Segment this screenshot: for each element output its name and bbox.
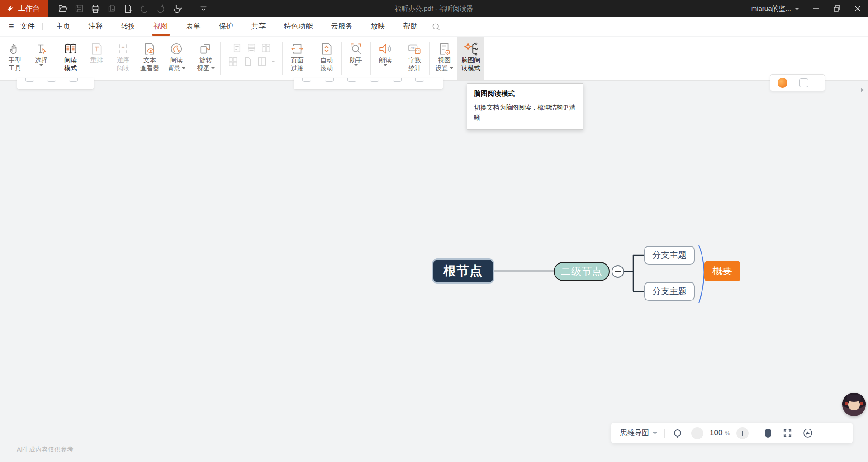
select-tool-button[interactable]: 选择 — [28, 37, 54, 80]
mindmap-branch-node[interactable]: 分支主题 — [644, 282, 695, 301]
print-icon[interactable] — [89, 2, 102, 15]
ribbon-separator — [341, 42, 342, 75]
reflow-button[interactable]: 重排 — [84, 37, 110, 80]
ribbon-separator — [56, 42, 56, 75]
document-canvas[interactable]: 脑图阅读模式 切换文档为脑图阅读，梳理结构更清晰 根节点 二级节点 分支主题 分… — [0, 81, 868, 462]
menu-item-file[interactable]: 文件 — [18, 20, 38, 33]
chevron-down-icon — [653, 432, 657, 434]
new-page-icon[interactable] — [121, 2, 135, 15]
dropdown-arrow-icon — [384, 64, 387, 66]
view-settings-icon — [437, 41, 451, 57]
menu-bar: ≡ 文件 主页 注释 转换 视图 表单 保护 共享 特色功能 云服务 放映 帮助 — [0, 17, 868, 36]
facing-continuous-layout-icon[interactable] — [228, 57, 238, 67]
mouse-mode-icon[interactable] — [764, 428, 773, 438]
word-count-icon: AB — [408, 41, 422, 57]
reading-background-button[interactable]: 阅读 背景 — [163, 37, 190, 80]
undo-icon[interactable] — [138, 2, 151, 15]
cut-icon-fragment — [799, 78, 808, 87]
tab-convert[interactable]: 转换 — [115, 18, 142, 35]
mindmap-tooltip: 脑图阅读模式 切换文档为脑图阅读，梳理结构更清晰 — [467, 83, 583, 130]
view-mode-label: 思维导图 — [620, 429, 649, 438]
locate-center-icon[interactable] — [672, 428, 683, 438]
mindmap-sparkle-icon — [463, 41, 479, 57]
rotate-pages-icon — [199, 41, 213, 57]
tab-features[interactable]: 特色功能 — [278, 18, 319, 35]
workspace-button[interactable]: 工作台 — [0, 0, 48, 17]
touch-mode-icon[interactable] — [170, 2, 184, 15]
ribbon-separator — [312, 42, 312, 75]
collapse-panel-arrow[interactable] — [861, 88, 864, 92]
tab-present[interactable]: 放映 — [365, 18, 392, 35]
menu-separator — [42, 23, 43, 30]
read-aloud-button[interactable]: 朗读 — [372, 37, 398, 80]
duplicate-page-icon[interactable] — [105, 2, 119, 15]
restore-button[interactable] — [826, 0, 847, 17]
assistant-button[interactable]: 助手 — [343, 37, 369, 80]
titlebar-separator — [190, 5, 190, 13]
read-mode-button[interactable]: 阅读 模式 — [57, 37, 84, 80]
auto-scroll-button[interactable]: 自动 滚动 — [313, 37, 340, 80]
cut-icon-fragment — [347, 78, 356, 82]
open-file-icon[interactable] — [56, 2, 70, 15]
hamburger-icon[interactable]: ≡ — [9, 22, 14, 31]
tab-home[interactable]: 主页 — [50, 18, 77, 35]
cover-page-layout-icon[interactable] — [242, 57, 252, 67]
text-viewer-button[interactable]: 文本 查看器 — [136, 37, 163, 80]
zoom-in-button[interactable] — [736, 427, 749, 439]
tab-comment[interactable]: 注释 — [82, 18, 109, 35]
view-mode-select[interactable]: 思维导图 — [620, 429, 657, 438]
search-icon[interactable] — [432, 22, 441, 31]
cut-icon-fragment — [325, 78, 334, 82]
cut-icon-fragment — [69, 78, 78, 82]
select-cursor-icon — [34, 41, 48, 57]
minimize-button[interactable] — [806, 0, 826, 17]
mindmap-second-node[interactable]: 二级节点 — [554, 262, 610, 281]
fullscreen-icon[interactable] — [783, 428, 792, 438]
tab-share[interactable]: 共享 — [245, 18, 272, 35]
tab-help[interactable]: 帮助 — [397, 18, 424, 35]
tab-view[interactable]: 视图 — [147, 18, 175, 35]
save-icon[interactable] — [72, 2, 86, 15]
word-count-button[interactable]: AB 字数 统计 — [402, 37, 428, 80]
mindmap-branch-node[interactable]: 分支主题 — [644, 246, 695, 265]
mindmap-summary-node[interactable]: 概要 — [704, 261, 740, 281]
ai-assistant-icon[interactable] — [778, 78, 787, 88]
dropdown-arrow-icon — [39, 64, 43, 66]
collapse-node-button[interactable] — [612, 265, 624, 278]
tooltip-title: 脑图阅读模式 — [474, 90, 576, 98]
ai-disclaimer: AI生成内容仅供参考 — [17, 446, 73, 454]
cut-icon-fragment — [25, 78, 34, 82]
split-view-layout-icon[interactable] — [257, 57, 267, 67]
reflow-page-icon — [90, 41, 104, 57]
tab-cloud[interactable]: 云服务 — [325, 18, 359, 35]
user-avatar[interactable] — [842, 393, 866, 416]
collapse-toolbar-icon[interactable] — [197, 2, 210, 15]
rotate-view-button[interactable]: 旋转 视图 — [193, 37, 219, 80]
floating-toolbar-partial — [770, 74, 825, 91]
navigate-compass-icon[interactable] — [802, 428, 813, 438]
page-transition-button[interactable]: 页面 过渡 — [284, 37, 310, 80]
floating-toolbar-partial — [294, 78, 443, 90]
dropdown-arrow-icon — [354, 64, 358, 66]
mindmap-root-node[interactable]: 根节点 — [433, 260, 493, 282]
toolbar-divider — [756, 429, 756, 438]
continuous-layout-icon[interactable] — [247, 43, 256, 53]
tab-protect[interactable]: 保护 — [213, 18, 240, 35]
reverse-order-icon — [116, 41, 130, 57]
hand-tool-button[interactable]: 手型 工具 — [2, 37, 28, 80]
redo-icon[interactable] — [154, 2, 167, 15]
close-button[interactable] — [847, 0, 868, 17]
ribbon-separator — [370, 42, 371, 75]
mindmap-read-mode-button[interactable]: 脑图阅 读模式 — [457, 37, 484, 80]
single-page-layout-icon[interactable] — [232, 43, 242, 53]
account-menu[interactable]: miarua的监... — [745, 5, 806, 13]
view-settings-button[interactable]: 视图 设置 — [431, 37, 457, 80]
tab-form[interactable]: 表单 — [180, 18, 207, 35]
foxit-reader-window: 工作台 福昕办公.pdf - 福昕阅读器 miarua的监... ≡ — [0, 0, 868, 462]
cut-icon-fragment — [47, 78, 56, 82]
zoom-level: 100% — [710, 429, 730, 438]
facing-layout-icon[interactable] — [261, 43, 271, 53]
reverse-reading-button[interactable]: 逆序 阅读 — [110, 37, 136, 80]
page-transition-icon — [290, 41, 304, 57]
zoom-out-button[interactable] — [691, 427, 703, 439]
